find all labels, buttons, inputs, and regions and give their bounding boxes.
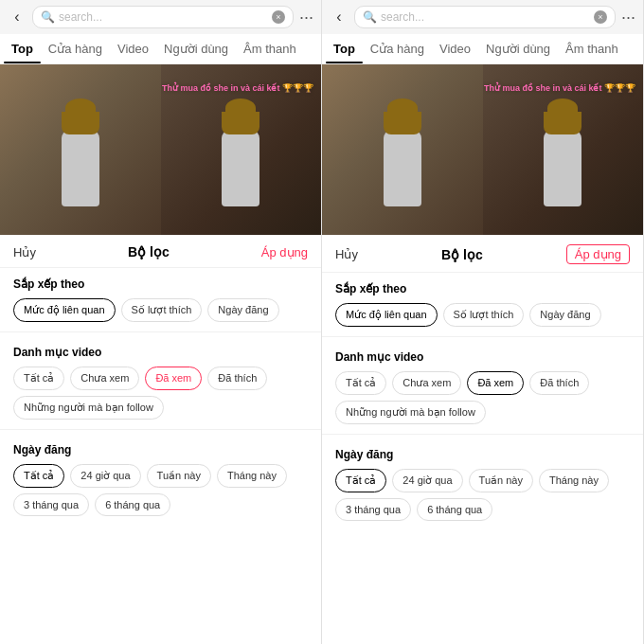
category-section-chip-3[interactable]: Đã thích [207, 367, 267, 390]
browser-bar: ‹ 🔍 search... × ··· [322, 0, 643, 34]
category-section-chip-2[interactable]: Đã xem [145, 367, 202, 390]
person-figure-right [534, 102, 591, 235]
sort-section-chip-1[interactable]: Số lượt thích [121, 298, 203, 322]
video-right: Thử mua đồ she in và cái kết 🏆🏆🏆 [483, 64, 644, 235]
sort-section-chip-0[interactable]: Mức độ liên quan [335, 303, 438, 327]
search-input: search... [381, 10, 590, 24]
date-section-chip-1[interactable]: 24 giờ qua [392, 469, 462, 492]
category-section: Danh mục videoTất cảChưa xemĐã xemĐã thí… [322, 341, 643, 430]
tab-cửa-hàng[interactable]: Cửa hàng [41, 34, 110, 63]
sort-section-chip-1[interactable]: Số lượt thích [443, 303, 525, 327]
filter-apply-button[interactable]: Áp dụng [261, 245, 308, 259]
sort-section-title: Sắp xếp theo [335, 282, 630, 295]
search-bar[interactable]: 🔍 search... × [32, 6, 294, 28]
person-head-r [227, 102, 254, 129]
date-section-chip-5[interactable]: 6 tháng qua [417, 498, 492, 521]
date-section-chip-4[interactable]: 3 tháng qua [13, 493, 89, 516]
category-section-chip-4[interactable]: Những người mà bạn follow [13, 396, 164, 420]
tab-top[interactable]: Top [4, 34, 41, 63]
date-section-chip-2[interactable]: Tuần này [147, 464, 211, 488]
date-section-title: Ngày đăng [13, 443, 308, 456]
date-section-chip-3[interactable]: Tháng này [539, 469, 609, 492]
tab-video[interactable]: Video [110, 34, 156, 63]
tab-video[interactable]: Video [432, 34, 478, 63]
category-section: Danh mục videoTất cảChưa xemĐã xemĐã thí… [0, 336, 321, 425]
date-section-chip-1[interactable]: 24 giờ qua [70, 464, 140, 488]
back-icon[interactable]: ‹ [330, 9, 349, 26]
category-section-chips: Tất cảChưa xemĐã xemĐã thíchNhững người … [335, 371, 630, 424]
date-section-chip-5[interactable]: 6 tháng qua [95, 493, 170, 516]
person-body-r [544, 131, 581, 206]
more-icon[interactable]: ··· [299, 8, 313, 27]
sort-section: Sắp xếp theoMức độ liên quanSố lượt thíc… [322, 273, 643, 332]
filter-panel: HủyBộ lọcÁp dụngSắp xếp theoMức độ liên … [0, 235, 321, 644]
person-body [384, 131, 421, 206]
date-section-chip-3[interactable]: Tháng này [217, 464, 287, 488]
clear-icon[interactable]: × [272, 10, 285, 24]
category-section-chip-4[interactable]: Những người mà bạn follow [335, 401, 486, 424]
search-icon: 🔍 [363, 10, 377, 24]
date-section: Ngày đăngTất cả24 giờ quaTuần nàyTháng n… [0, 434, 321, 522]
video-preview: Thử mua đồ she in và cái kết 🏆🏆🏆 [322, 64, 643, 235]
sort-section: Sắp xếp theoMức độ liên quanSố lượt thíc… [0, 268, 321, 328]
category-section-chip-0[interactable]: Tất cả [335, 371, 386, 395]
category-section-title: Danh mục video [335, 350, 630, 364]
tab-cửa-hàng[interactable]: Cửa hàng [363, 34, 432, 63]
filter-header: HủyBộ lọcÁp dụng [322, 235, 643, 273]
date-section-chip-0[interactable]: Tất cả [335, 469, 386, 492]
date-section-chips: Tất cả24 giờ quaTuần nàyTháng này3 tháng… [335, 469, 630, 521]
sort-section-chip-2[interactable]: Ngày đăng [207, 298, 278, 322]
search-input: search... [59, 10, 268, 24]
more-icon[interactable]: ··· [621, 8, 635, 27]
tab-âm-thanh[interactable]: Âm thanh [558, 34, 626, 63]
clear-icon[interactable]: × [594, 10, 607, 24]
tab-top[interactable]: Top [326, 34, 363, 63]
date-section: Ngày đăngTất cả24 giờ quaTuần nàyTháng n… [322, 438, 643, 527]
sort-section-chip-0[interactable]: Mức độ liên quan [13, 298, 116, 322]
filter-apply-button[interactable]: Áp dụng [566, 244, 630, 264]
filter-title: Bộ lọc [441, 247, 483, 262]
person-head-r [549, 102, 576, 129]
category-section-chip-3[interactable]: Đã thích [529, 371, 589, 395]
video-left [0, 64, 161, 235]
tab-người-dùng[interactable]: Người dùng [156, 34, 236, 63]
date-section-title: Ngày đăng [335, 448, 630, 461]
filter-cancel-button[interactable]: Hủy [335, 247, 358, 261]
date-section-chip-2[interactable]: Tuần này [469, 469, 533, 492]
person-head [67, 102, 94, 129]
tabs-bar: TopCửa hàngVideoNgười dùngÂm thanh [322, 34, 643, 64]
filter-cancel-button[interactable]: Hủy [13, 245, 36, 259]
tab-âm-thanh[interactable]: Âm thanh [236, 34, 304, 63]
date-section-chip-4[interactable]: 3 tháng qua [335, 498, 411, 521]
video-preview: Thử mua đồ she in và cái kết 🏆🏆🏆 [0, 64, 321, 235]
person-body [62, 131, 99, 206]
right-panel: ‹ 🔍 search... × ··· TopCửa hàngVideoNgườ… [322, 0, 644, 644]
category-section-chip-1[interactable]: Chưa xem [70, 367, 139, 390]
search-bar[interactable]: 🔍 search... × [354, 6, 616, 28]
left-panel: ‹ 🔍 search... × ··· TopCửa hàngVideoNgườ… [0, 0, 322, 644]
date-section-chips: Tất cả24 giờ quaTuần nàyTháng này3 tháng… [13, 464, 308, 516]
person-hair-r [547, 98, 578, 117]
person-hair [387, 98, 418, 117]
sort-section-chip-2[interactable]: Ngày đăng [529, 303, 600, 327]
sort-section-chips: Mức độ liên quanSố lượt thíchNgày đăng [13, 298, 308, 322]
category-section-chip-2[interactable]: Đã xem [467, 371, 524, 395]
person-figure-right [212, 102, 269, 235]
person-hair [65, 98, 96, 117]
overlay-text: Thử mua đồ she in và cái kết 🏆🏆🏆 [162, 83, 313, 95]
category-section-chip-1[interactable]: Chưa xem [392, 371, 461, 395]
tabs-bar: TopCửa hàngVideoNgười dùngÂm thanh [0, 34, 321, 64]
category-section-title: Danh mục video [13, 346, 308, 359]
back-icon[interactable]: ‹ [8, 9, 27, 26]
filter-title: Bộ lọc [128, 244, 170, 259]
date-section-chip-0[interactable]: Tất cả [13, 464, 64, 488]
person-hair-r [225, 98, 256, 117]
person-head [389, 102, 416, 129]
video-left [322, 64, 483, 235]
category-section-chip-0[interactable]: Tất cả [13, 367, 64, 390]
video-right: Thử mua đồ she in và cái kết 🏆🏆🏆 [161, 64, 322, 235]
tab-người-dùng[interactable]: Người dùng [478, 34, 558, 63]
category-section-chips: Tất cảChưa xemĐã xemĐã thíchNhững người … [13, 367, 308, 420]
sort-section-chips: Mức độ liên quanSố lượt thíchNgày đăng [335, 303, 630, 327]
browser-bar: ‹ 🔍 search... × ··· [0, 0, 321, 34]
